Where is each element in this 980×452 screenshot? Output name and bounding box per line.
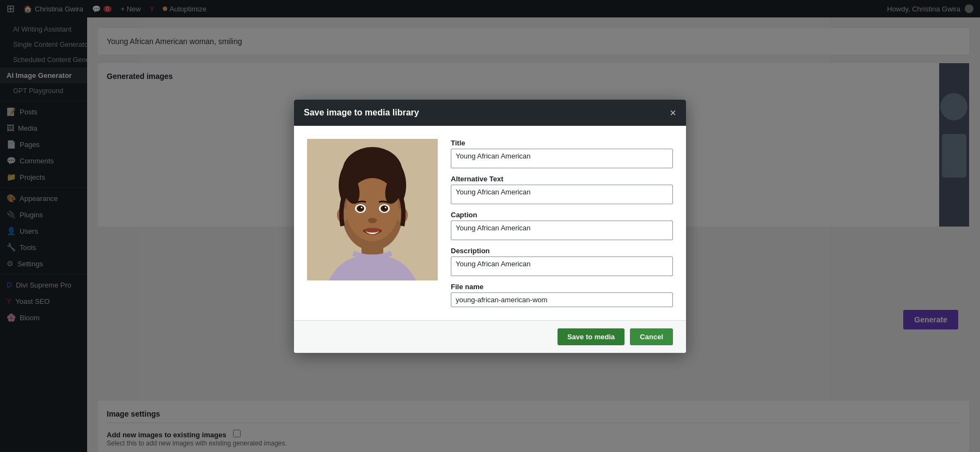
alt-text-label: Alternative Text	[451, 175, 673, 183]
modal-image-preview	[307, 139, 438, 280]
modal-body: Title Young African American Alternative…	[294, 126, 686, 320]
title-label: Title	[451, 139, 673, 147]
modal-fields: Title Young African American Alternative…	[451, 139, 673, 307]
svg-point-12	[361, 206, 363, 208]
svg-point-16	[385, 206, 387, 208]
caption-field-group: Caption Young African American	[451, 211, 673, 240]
file-name-input[interactable]	[451, 292, 673, 307]
file-name-field-group: File name	[451, 283, 673, 307]
caption-label: Caption	[451, 211, 673, 219]
modal-footer: Save to media Cancel	[294, 320, 686, 353]
portrait-svg	[307, 139, 438, 280]
alt-text-field-group: Alternative Text Young African American	[451, 175, 673, 204]
save-image-modal: Save image to media library ×	[294, 100, 686, 353]
cancel-button[interactable]: Cancel	[630, 328, 673, 345]
title-field-group: Title Young African American	[451, 139, 673, 168]
save-to-media-button[interactable]: Save to media	[558, 328, 624, 345]
alt-text-textarea[interactable]: Young African American	[451, 185, 673, 204]
modal-close-button[interactable]: ×	[670, 107, 676, 118]
modal-header: Save image to media library ×	[294, 100, 686, 126]
caption-textarea[interactable]: Young African American	[451, 221, 673, 240]
file-name-label: File name	[451, 283, 673, 291]
description-field-group: Description Young African American	[451, 247, 673, 276]
modal-overlay[interactable]: Save image to media library ×	[0, 0, 980, 452]
description-textarea[interactable]: Young African American	[451, 256, 673, 276]
title-textarea[interactable]: Young African American	[451, 149, 673, 168]
description-label: Description	[451, 247, 673, 255]
modal-title: Save image to media library	[304, 108, 419, 118]
